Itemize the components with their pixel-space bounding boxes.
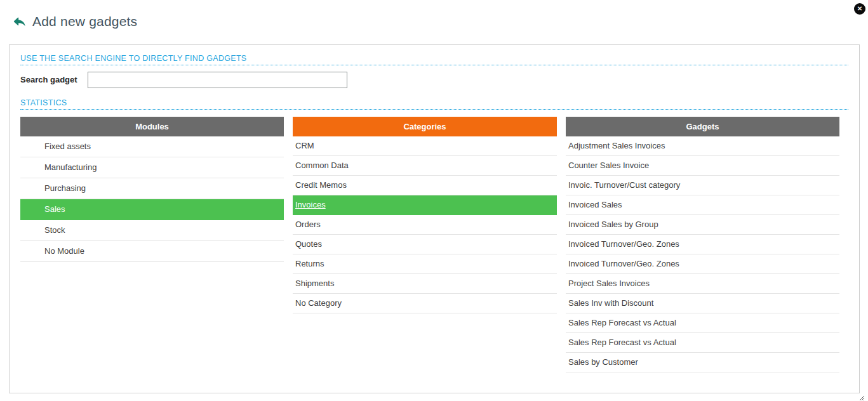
category-item[interactable]: CRM [293, 136, 557, 156]
category-item[interactable]: Shipments [293, 274, 557, 294]
gadget-item[interactable]: Invoic. Turnover/Cust category [566, 176, 839, 195]
gadget-item[interactable]: Sales by Customer [566, 353, 839, 372]
modules-column: Modules Fixed assetsManufacturingPurchas… [20, 117, 284, 372]
categories-column-header: Categories [293, 117, 557, 136]
category-item[interactable]: Common Data [293, 156, 557, 176]
modules-column-header: Modules [20, 117, 284, 136]
category-item[interactable]: No Category [293, 294, 557, 313]
gadget-browser-columns: Modules Fixed assetsManufacturingPurchas… [20, 117, 848, 372]
gadget-item[interactable]: Invoiced Turnover/Geo. Zones [566, 254, 839, 274]
back-arrow-icon [12, 15, 27, 29]
category-item[interactable]: Credit Memos [293, 176, 557, 195]
gadget-item[interactable]: Invoiced Turnover/Geo. Zones [566, 235, 839, 254]
close-button[interactable]: ✕ [854, 3, 865, 15]
category-item[interactable]: Orders [293, 215, 557, 235]
gadget-item[interactable]: Sales Rep Forecast vs Actual [566, 313, 839, 333]
page-title: Add new gadgets [32, 14, 137, 29]
module-item[interactable]: Manufacturing [20, 157, 284, 178]
gadget-item[interactable]: Counter Sales Invoice [566, 156, 839, 176]
statistics-section-title: STATISTICS [20, 98, 848, 110]
top-bar: Add new gadgets [0, 0, 868, 36]
gadget-item[interactable]: Sales Rep Forecast vs Actual [566, 333, 839, 353]
add-gadgets-panel: USE THE SEARCH ENGINE TO DIRECTLY FIND G… [9, 44, 860, 393]
search-section-title: USE THE SEARCH ENGINE TO DIRECTLY FIND G… [20, 54, 848, 65]
gadget-item[interactable]: Adjustment Sales Invoices [566, 136, 839, 156]
gadget-item[interactable]: Invoiced Sales [566, 195, 839, 215]
search-input[interactable] [88, 72, 347, 88]
categories-column: Categories CRMCommon DataCredit MemosInv… [293, 117, 557, 372]
modules-list: Fixed assetsManufacturingPurchasingSales… [20, 136, 284, 262]
category-item[interactable]: Returns [293, 254, 557, 274]
gadget-item[interactable]: Project Sales Invoices [566, 274, 839, 294]
module-item[interactable]: Stock [20, 220, 284, 241]
resize-grip[interactable] [858, 392, 865, 399]
gadget-item[interactable]: Sales Inv with Discount [566, 294, 839, 313]
gadgets-column-header: Gadgets [566, 117, 839, 136]
module-item[interactable]: Fixed assets [20, 136, 284, 157]
back-button[interactable] [11, 14, 28, 29]
gadgets-column: Gadgets Adjustment Sales InvoicesCounter… [566, 117, 839, 372]
close-icon: ✕ [857, 6, 862, 12]
category-item-selected[interactable]: Invoices [293, 195, 557, 215]
module-item-selected[interactable]: Sales [20, 199, 284, 220]
module-item[interactable]: Purchasing [20, 178, 284, 199]
categories-list: CRMCommon DataCredit MemosInvoicesOrders… [293, 136, 557, 313]
module-item[interactable]: No Module [20, 241, 284, 262]
gadget-item[interactable]: Invoiced Sales by Group [566, 215, 839, 235]
search-row: Search gadget [20, 71, 848, 88]
gadgets-list: Adjustment Sales InvoicesCounter Sales I… [566, 136, 839, 372]
category-item[interactable]: Quotes [293, 235, 557, 254]
search-gadget-label: Search gadget [20, 75, 88, 84]
